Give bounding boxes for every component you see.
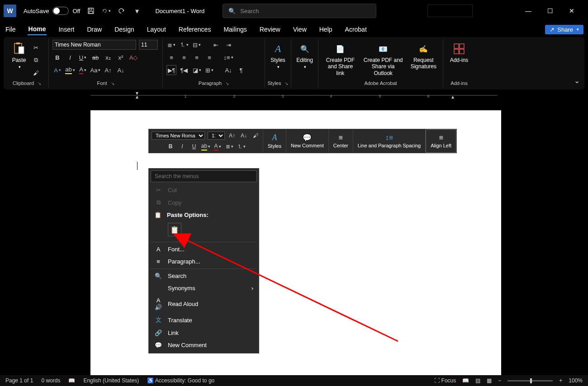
mini-styles-button[interactable]: A Styles — [266, 132, 283, 150]
status-focus[interactable]: ⛶ Focus — [434, 377, 456, 384]
tab-design[interactable]: Design — [114, 24, 135, 35]
mini-highlight-button[interactable]: ab▾ — [201, 142, 210, 151]
tab-home[interactable]: Home — [28, 24, 47, 35]
paste-button[interactable]: Paste▾ — [9, 40, 29, 72]
ctx-search[interactable]: 🔍Search — [151, 270, 257, 282]
close-button[interactable]: ✕ — [567, 6, 576, 15]
view-web-layout-icon[interactable]: ▦ — [487, 377, 492, 384]
styles-launcher[interactable]: ↘ — [285, 81, 288, 86]
zoom-out-button[interactable]: − — [498, 377, 501, 384]
mini-align-left-button[interactable]: ≡ Align Left — [429, 133, 453, 149]
clipboard-launcher[interactable]: ↘ — [38, 81, 41, 86]
align-right-button[interactable]: ≡ — [192, 52, 202, 62]
font-name-select[interactable] — [52, 40, 136, 50]
align-center-button[interactable]: ≡ — [179, 52, 189, 62]
tab-draw[interactable]: Draw — [86, 24, 103, 35]
create-pdf-share-link-button[interactable]: 📄 Create PDF and Share link — [322, 40, 359, 78]
show-marks-button[interactable]: ¶ — [236, 65, 246, 75]
shading-button[interactable]: ◪▾ — [192, 65, 202, 75]
undo-icon[interactable]: ▾ — [102, 6, 111, 15]
maximize-button[interactable]: ☐ — [545, 6, 555, 15]
justify-button[interactable]: ≡ — [204, 52, 214, 62]
share-button[interactable]: ↗ Share ▾ — [545, 25, 583, 34]
tab-file[interactable]: File — [5, 24, 17, 35]
format-painter-icon[interactable]: 🖌 — [31, 68, 41, 78]
strikethrough-button[interactable]: ab — [90, 52, 100, 62]
mini-font-select[interactable]: Times New Roman — [152, 132, 205, 140]
superscript-button[interactable]: x² — [116, 52, 126, 62]
change-case-button[interactable]: Aa▾ — [90, 65, 100, 75]
tab-mailings[interactable]: Mailings — [223, 24, 247, 35]
ctx-synonyms[interactable]: Synonyms› — [151, 282, 257, 294]
numbering-button[interactable]: ⒈▾ — [179, 40, 189, 50]
borders-button[interactable]: ⊞▾ — [204, 65, 214, 75]
tab-review[interactable]: Review — [259, 24, 281, 35]
mini-format-painter-icon[interactable]: 🖌 — [251, 131, 260, 140]
editing-button[interactable]: 🔍 Editing▾ — [294, 40, 316, 72]
grow-font-button[interactable]: A↑ — [103, 65, 113, 75]
ctx-new-comment[interactable]: 💬New Comment — [151, 339, 257, 351]
ctx-font[interactable]: AFont... — [151, 243, 257, 255]
tab-help[interactable]: Help — [318, 24, 333, 35]
mini-new-comment-button[interactable]: 💬 New Comment — [289, 132, 326, 149]
mini-font-color-button[interactable]: A▾ — [213, 142, 222, 151]
subscript-button[interactable]: x₂ — [103, 52, 113, 62]
mini-center-button[interactable]: ≡ Center — [332, 133, 350, 149]
vertical-ruler[interactable] — [0, 100, 10, 375]
decrease-indent-button[interactable]: ⇤ — [211, 40, 221, 50]
status-words[interactable]: 0 words — [41, 377, 60, 384]
mini-size-select[interactable]: 11 — [208, 132, 225, 140]
paragraph-launcher[interactable]: ↘ — [225, 81, 229, 86]
search-box[interactable]: 🔍 Search — [223, 4, 376, 18]
copy-icon[interactable]: ⧉ — [31, 55, 41, 65]
align-left-button[interactable]: ≡ — [166, 52, 176, 62]
shrink-font-button[interactable]: A↓ — [116, 65, 126, 75]
status-page[interactable]: Page 1 of 1 — [5, 377, 33, 384]
ctx-paragraph[interactable]: ≡Paragraph... — [151, 255, 257, 268]
tab-insert[interactable]: Insert — [57, 24, 75, 35]
status-language[interactable]: English (United States) — [83, 377, 139, 384]
mini-bold-button[interactable]: B — [166, 142, 175, 151]
cut-icon[interactable]: ✂ — [31, 42, 41, 52]
status-accessibility[interactable]: ♿ Accessibility: Good to go — [147, 377, 214, 384]
font-launcher[interactable]: ↘ — [111, 81, 114, 86]
zoom-level[interactable]: 100% — [569, 377, 583, 384]
create-pdf-outlook-button[interactable]: 📧 Create PDF and Share via Outlook — [360, 40, 406, 78]
sort-button[interactable]: A↓ — [223, 65, 233, 75]
mini-bullets-button[interactable]: ≣▾ — [225, 142, 234, 151]
ctx-link[interactable]: 🔗Link — [151, 327, 257, 339]
mini-shrink-font-button[interactable]: A↓ — [239, 131, 248, 140]
line-spacing-button[interactable]: ↕≡▾ — [223, 52, 233, 62]
clear-formatting-icon[interactable]: A◇ — [128, 52, 138, 62]
qat-customize-icon[interactable]: ▾ — [133, 6, 142, 15]
bullets-button[interactable]: ≣▾ — [166, 40, 176, 50]
highlight-button[interactable]: ab▾ — [65, 65, 75, 75]
context-menu-search[interactable] — [151, 170, 257, 182]
mini-underline-button[interactable]: U — [190, 142, 199, 151]
paste-keep-source-button[interactable]: 📋 — [168, 223, 181, 236]
increase-indent-button[interactable]: ⇥ — [223, 40, 233, 50]
tab-layout[interactable]: Layout — [146, 24, 167, 35]
mini-italic-button[interactable]: I — [178, 142, 187, 151]
view-read-mode-icon[interactable]: 📖 — [462, 377, 469, 384]
ctx-read-aloud[interactable]: A🔊Read Aloud — [151, 294, 257, 313]
addins-button[interactable]: Add-ins — [447, 40, 471, 65]
status-spellcheck-icon[interactable]: 📖 — [68, 377, 75, 384]
font-size-select[interactable] — [139, 40, 158, 50]
minimize-button[interactable]: — — [524, 6, 533, 15]
zoom-in-button[interactable]: + — [559, 377, 562, 384]
view-print-layout-icon[interactable]: ▤ — [475, 377, 480, 384]
tab-acrobat[interactable]: Acrobat — [344, 24, 368, 35]
mini-grow-font-button[interactable]: A↑ — [228, 131, 237, 140]
rtl-button[interactable]: ¶◀ — [179, 65, 189, 75]
zoom-slider[interactable] — [507, 380, 553, 381]
underline-button[interactable]: U▾ — [78, 52, 88, 62]
save-icon[interactable] — [86, 6, 95, 15]
autosave-toggle[interactable] — [52, 7, 69, 15]
tab-view[interactable]: View — [292, 24, 308, 35]
autosave-control[interactable]: AutoSave Off — [24, 7, 80, 15]
styles-button[interactable]: A Styles▾ — [268, 40, 288, 72]
account-area[interactable] — [427, 5, 473, 17]
tab-references[interactable]: References — [178, 24, 212, 35]
text-effects-icon[interactable]: A▾ — [52, 65, 62, 75]
